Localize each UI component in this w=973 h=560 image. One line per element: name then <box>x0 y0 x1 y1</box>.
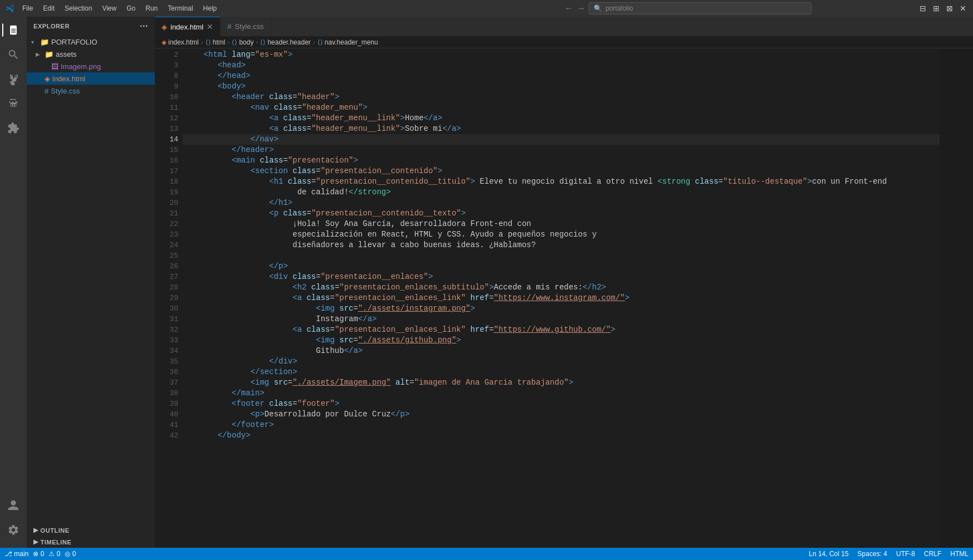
timeline-arrow-icon: ▶ <box>33 538 38 546</box>
code-line-21: <p class="presentacion__contenido__texto… <box>183 208 940 219</box>
tab-close-html[interactable]: ✕ <box>207 22 213 31</box>
code-line-27: <div class="presentacion__enlaces"> <box>183 272 940 282</box>
line-num-22: 22 <box>159 219 178 229</box>
breadcrumb-body[interactable]: ⟨⟩ body <box>232 38 253 46</box>
line-num-9: 9 <box>159 81 178 92</box>
tree-root-portafolio[interactable]: ▾ 📁 PORTAFOLIO <box>27 36 155 48</box>
code-line-41: </footer> <box>183 420 940 430</box>
tab-index-html-label: index.html <box>170 23 203 31</box>
status-left: ⎇ main ⊗ 0 ⚠ 0 ◎ 0 <box>4 550 76 558</box>
status-encoding[interactable]: UTF-8 <box>896 550 915 558</box>
menu-edit[interactable]: Edit <box>38 3 59 13</box>
code-line-34: Github</a> <box>183 346 940 356</box>
status-warnings[interactable]: ⚠ 0 <box>48 550 60 558</box>
code-line-8: </head> <box>183 71 940 81</box>
index-html-label: index.html <box>52 75 85 83</box>
code-line-37: <img src="./assets/Imagem.png" alt="imag… <box>183 377 940 388</box>
activity-source-control[interactable] <box>2 68 25 90</box>
code-content[interactable]: <html lang="es-mx"> <head> </head> <body… <box>183 48 940 548</box>
breadcrumb-nav-icon: ⟨⟩ <box>317 38 323 46</box>
breadcrumb-sep-4: › <box>313 38 315 46</box>
breadcrumb-header[interactable]: ⟨⟩ header.header <box>260 38 310 46</box>
code-line-14: </nav> <box>183 134 940 145</box>
breadcrumb-header-icon: ⟨⟩ <box>260 38 266 46</box>
line-num-14: 14 <box>159 134 178 145</box>
nav-back-button[interactable]: ← <box>564 3 573 13</box>
code-line-24: diseñadores a llevar a cabo buenas ideas… <box>183 240 940 250</box>
status-position[interactable]: Ln 14, Col 15 <box>809 550 848 558</box>
tab-style-css[interactable]: # Style.css <box>221 17 271 36</box>
activity-extensions[interactable] <box>2 117 25 139</box>
imagem-png-label: Imagem.png <box>61 62 101 71</box>
breadcrumb-file[interactable]: ◈ index.html <box>162 38 199 46</box>
status-info[interactable]: ◎ 0 <box>65 550 76 558</box>
status-line-ending[interactable]: CRLF <box>924 550 941 558</box>
timeline-section[interactable]: ▶ TIMELINE <box>27 536 155 548</box>
code-line-40: <p>Desarrollado por Dulce Cruz</p> <box>183 409 940 420</box>
activity-search[interactable] <box>2 43 25 66</box>
line-num-17: 17 <box>159 166 178 176</box>
menu-help[interactable]: Help <box>199 3 222 13</box>
code-line-42: </body> <box>183 430 940 441</box>
layout-button-2[interactable]: ⊞ <box>932 4 941 13</box>
tree-item-style-css[interactable]: # Style.css <box>27 85 155 97</box>
activity-settings[interactable] <box>2 519 25 541</box>
code-line-28: <h2 class="presentacion_enlaces_subtitul… <box>183 282 940 293</box>
breadcrumb-body-label: body <box>239 38 253 46</box>
code-line-25 <box>183 250 940 261</box>
code-line-38: </main> <box>183 388 940 399</box>
sidebar-more-options[interactable]: ··· <box>140 21 148 31</box>
sidebar-header: EXPLORER ··· <box>27 17 155 36</box>
tree-item-imagem-png[interactable]: 🖼 Imagem.png <box>27 60 155 72</box>
layout-button-1[interactable]: ⊟ <box>918 4 927 13</box>
activity-account[interactable] <box>2 494 25 517</box>
line-num-2: 2 <box>159 50 178 60</box>
status-language[interactable]: HTML <box>950 550 969 558</box>
outline-section[interactable]: ▶ OUTLINE <box>27 524 155 536</box>
line-num-42: 42 <box>159 430 178 441</box>
code-line-32: <a class="presentacion__enlaces_link" hr… <box>183 325 940 335</box>
line-num-36: 36 <box>159 367 178 377</box>
code-line-3: <head> <box>183 60 940 71</box>
line-num-25: 25 <box>159 250 178 261</box>
close-button[interactable]: ✕ <box>959 4 967 13</box>
code-line-35: </div> <box>183 356 940 367</box>
status-git-branch[interactable]: ⎇ main <box>4 550 28 558</box>
tree-item-assets[interactable]: ▶ 📁 assets <box>27 48 155 60</box>
line-num-39: 39 <box>159 399 178 409</box>
menu-view[interactable]: View <box>97 3 121 13</box>
activity-run-debug[interactable] <box>2 92 25 115</box>
menu-go[interactable]: Go <box>122 3 140 13</box>
code-line-18: <h1 class="presentacion__contenido__titu… <box>183 176 940 187</box>
outline-arrow-icon: ▶ <box>33 527 38 534</box>
code-line-31: Instagram</a> <box>183 314 940 325</box>
tree-item-index-html[interactable]: ◈ index.html <box>27 72 155 85</box>
editor-content[interactable]: 2 3 8 9 10 11 12 13 14 15 16 17 18 19 20… <box>155 48 973 548</box>
code-line-10: <header class="header"> <box>183 92 940 102</box>
tab-index-html[interactable]: ◈ index.html ✕ <box>155 17 221 36</box>
nav-forward-button[interactable]: → <box>576 3 585 13</box>
code-line-15: </header> <box>183 145 940 155</box>
title-bar-left: File Edit Selection View Go Run Terminal… <box>6 3 458 13</box>
activity-explorer[interactable] <box>2 19 25 41</box>
breadcrumb-nav[interactable]: ⟨⟩ nav.header_menu <box>317 38 378 46</box>
title-bar-center: ← → 🔍 portafolio <box>462 2 915 14</box>
status-spaces[interactable]: Spaces: 4 <box>858 550 887 558</box>
menu-terminal[interactable]: Terminal <box>163 3 197 13</box>
tab-html-icon: ◈ <box>162 23 167 31</box>
sidebar-title: EXPLORER <box>33 23 70 30</box>
menu-file[interactable]: File <box>18 3 37 13</box>
breadcrumb-html[interactable]: ⟨⟩ html <box>206 38 226 46</box>
menu-selection[interactable]: Selection <box>60 3 96 13</box>
menu-run[interactable]: Run <box>141 3 162 13</box>
search-bar[interactable]: 🔍 portafolio <box>589 2 811 14</box>
tab-style-css-label: Style.css <box>234 22 263 31</box>
breadcrumb-body-icon: ⟨⟩ <box>232 38 237 46</box>
line-num-27: 27 <box>159 272 178 282</box>
status-errors[interactable]: ⊗ 0 <box>33 550 44 558</box>
tab-css-icon: # <box>227 22 231 31</box>
css-file-icon: # <box>45 87 48 95</box>
code-line-17: <section class="presentacion__contenido"… <box>183 166 940 176</box>
layout-button-3[interactable]: ⊠ <box>945 4 954 13</box>
status-bar: ⎇ main ⊗ 0 ⚠ 0 ◎ 0 Ln 14, Col 15 Spaces:… <box>0 548 973 560</box>
